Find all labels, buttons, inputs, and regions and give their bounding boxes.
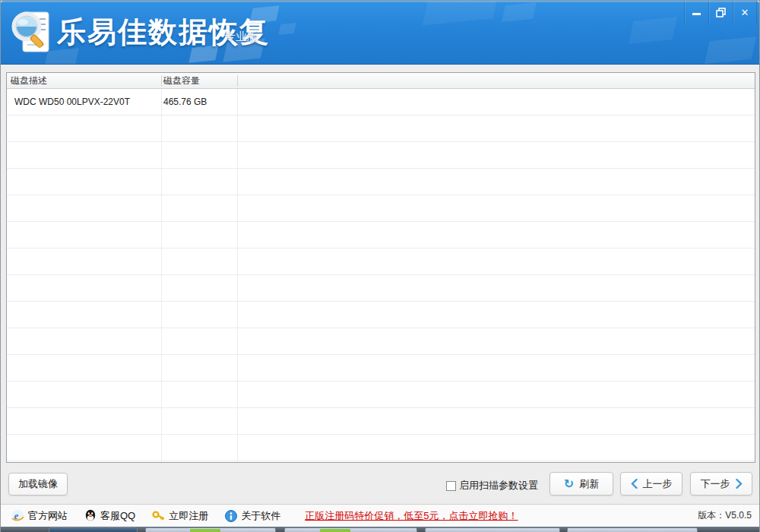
decor-tile	[423, 1, 499, 26]
column-header-disk-description[interactable]: 磁盘描述	[11, 73, 47, 89]
table-body: WDC WD50 00LPVX-22V0T 465.76 GB	[7, 89, 755, 462]
table-header: 磁盘描述 磁盘容量	[7, 73, 755, 89]
app-logo-magnifier-document-icon	[11, 10, 55, 55]
info-icon	[225, 510, 237, 522]
refresh-icon: ↻	[564, 478, 574, 490]
taskbar-app-icon	[190, 529, 220, 532]
column-header-disk-capacity[interactable]: 磁盘容量	[163, 73, 200, 89]
disk-table: 磁盘描述 磁盘容量 WDC WD50 00LPVX-22V0T 465.76 G…	[6, 72, 755, 463]
taskbar-button[interactable]	[425, 527, 560, 532]
minimize-icon	[692, 13, 701, 15]
register-now-label: 立即注册	[169, 509, 208, 523]
maximize-restore-button[interactable]	[708, 1, 733, 24]
next-step-button[interactable]: 下一步	[690, 472, 752, 496]
close-icon: ✕	[741, 7, 749, 18]
restore-icon	[716, 8, 726, 17]
load-image-label: 加载镜像	[18, 477, 58, 491]
about-software-label: 关于软件	[241, 509, 280, 523]
scan-params-checkbox[interactable]	[446, 481, 456, 491]
close-button[interactable]: ✕	[733, 1, 757, 24]
key-icon	[152, 510, 165, 522]
chevron-right-icon	[736, 479, 743, 489]
official-website-link[interactable]: e 官方网站	[11, 509, 68, 523]
taskbar-button[interactable]	[284, 527, 417, 532]
scan-params-label: 启用扫描参数设置	[459, 479, 538, 492]
window-controls: ✕	[684, 1, 757, 24]
previous-step-button[interactable]: 上一步	[620, 472, 682, 496]
register-now-link[interactable]: 立即注册	[152, 509, 208, 523]
table-row-disk[interactable]: WDC WD50 00LPVX-22V0T 465.76 GB	[7, 89, 755, 116]
minimize-button[interactable]	[684, 1, 708, 24]
disk-description-cell: WDC WD50 00LPVX-22V0T	[14, 89, 130, 116]
official-website-label: 官方网站	[28, 509, 68, 523]
taskbar-button[interactable]	[567, 527, 698, 532]
load-image-button[interactable]: 加载镜像	[8, 473, 68, 496]
customer-service-qq-label: 客服QQ	[100, 509, 135, 523]
about-software-link[interactable]: 关于软件	[225, 509, 280, 523]
column-gridline	[237, 89, 238, 462]
qq-penguin-icon	[84, 509, 97, 522]
previous-step-label: 上一步	[643, 477, 673, 491]
refresh-button[interactable]: ↻ 刷新	[549, 472, 613, 496]
status-bar: e 官方网站 客服QQ 立即注册	[1, 504, 759, 527]
decor-tile	[629, 17, 677, 44]
titlebar: 乐易佳数据恢复 专业版 ✕	[1, 1, 759, 65]
decor-tile	[502, 2, 537, 22]
disk-capacity-cell: 465.76 GB	[163, 89, 207, 116]
version-label: 版本：V5.0.5	[698, 509, 752, 522]
scan-params-checkbox-row[interactable]: 启用扫描参数设置	[446, 479, 538, 492]
decor-tile	[278, 23, 296, 35]
next-step-label: 下一步	[701, 477, 730, 491]
customer-service-qq-link[interactable]: 客服QQ	[84, 509, 135, 523]
column-separator[interactable]	[161, 75, 162, 87]
chevron-left-icon	[631, 479, 638, 489]
column-gridline	[161, 89, 162, 462]
app-window: 乐易佳数据恢复 专业版 ✕ 磁盘描述 磁盘容量	[0, 0, 760, 532]
bottom-control-bar: 加载镜像 启用扫描参数设置 ↻ 刷新 上一步 下一步	[1, 464, 759, 504]
column-separator[interactable]	[237, 75, 238, 87]
taskbar-app-icon	[320, 529, 350, 532]
promo-registration-link[interactable]: 正版注册码特价促销，低至5元，点击立即抢购！	[305, 509, 518, 523]
refresh-label: 刷新	[579, 477, 599, 491]
os-taskbar-sliver	[1, 527, 759, 532]
taskbar-button[interactable]	[49, 527, 138, 532]
internet-explorer-icon: e	[11, 509, 24, 522]
app-edition-label: 专业版	[224, 30, 258, 44]
decor-tile	[705, 36, 756, 64]
taskbar-button[interactable]	[145, 527, 276, 532]
